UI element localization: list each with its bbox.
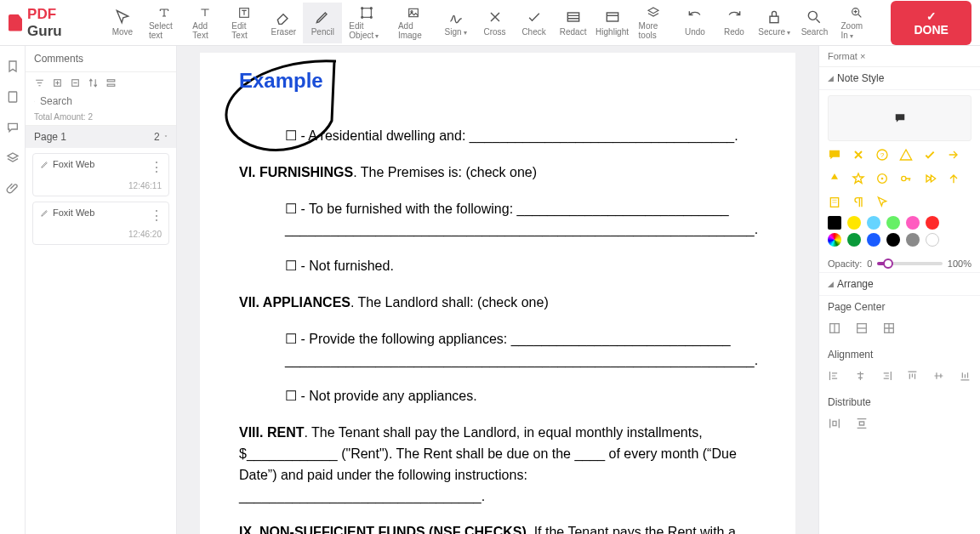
done-label: DONE [914,23,948,37]
center-both-icon[interactable] [882,321,896,335]
comments-panel: Comments Total Amount: 2 Page 1 2 ˅ Foxi… [26,46,177,534]
star-icon[interactable] [852,172,865,185]
list-icon[interactable] [105,77,117,88]
sort-icon[interactable] [88,77,99,88]
help-icon[interactable]: ? [875,148,889,162]
color-swatch[interactable] [828,233,841,247]
color-swatch[interactable] [906,233,920,247]
tool-label: Edit Text [231,21,257,40]
tool-cross[interactable]: Cross [476,3,515,43]
tool-sign[interactable]: Sign▾ [436,3,476,43]
tool-pencil[interactable]: Pencil [303,3,342,43]
tool-eraser[interactable]: Eraser [264,3,303,43]
color-swatch[interactable] [886,216,900,230]
tool-edit-object[interactable]: Edit Object▾ [342,3,391,43]
comments-title: Comments [26,46,176,72]
align-top-icon[interactable] [906,369,919,383]
svg-point-22 [881,178,884,180]
expand-icon[interactable] [52,77,63,88]
opacity-slider[interactable] [877,262,942,265]
tool-add-image[interactable]: Add Image [391,3,436,43]
color-swatch[interactable] [847,233,861,247]
check-icon [526,9,543,26]
comments-search[interactable] [26,94,176,112]
highlight-icon [604,9,621,26]
pdf-page[interactable]: Example ☐ - A residential dwelling and: … [200,53,795,534]
tool-move[interactable]: Move [103,3,142,43]
tool-more[interactable]: More tools [632,3,675,43]
key-icon[interactable] [899,172,913,185]
fwd-icon[interactable] [923,172,937,185]
filter-icon[interactable] [34,77,45,88]
tool-zoom[interactable]: Zoom In▾ [834,3,879,43]
sec9-title: IX. NON-SUFFICIENT FUNDS (NSF CHECKS) [239,525,527,534]
stamp-text[interactable]: Example [239,65,323,96]
distribute-v-icon[interactable] [855,417,869,430]
comment-menu-icon[interactable]: ⋮ [150,159,163,175]
tool-redo[interactable]: Redo [715,3,754,43]
zoom-icon [848,6,865,20]
comment-item[interactable]: Foxit Web⋮12:46:20 [32,202,169,245]
check-icon[interactable] [923,148,937,162]
note-style-header[interactable]: ◢Note Style [819,67,980,90]
tool-secure[interactable]: Secure▾ [754,3,795,43]
color-swatch[interactable] [886,233,900,247]
tool-highlight[interactable]: Highlight [593,3,632,43]
comment-item[interactable]: Foxit Web⋮12:46:11 [32,153,169,196]
warning-icon[interactable] [899,148,913,162]
color-swatch[interactable] [906,216,920,230]
chat-icon[interactable] [828,148,841,162]
comments-search-input[interactable] [40,95,168,107]
bookmark-icon[interactable] [6,60,20,73]
attach-icon[interactable] [6,182,20,196]
tool-add-text[interactable]: Add Text [185,3,225,43]
color-swatch[interactable] [847,216,861,230]
color-swatch[interactable] [867,233,880,247]
align-left-icon[interactable] [828,369,840,383]
align-center-h-icon[interactable] [854,369,867,383]
tool-label: Search [801,27,829,37]
format-tab[interactable]: Format × [819,46,980,67]
center-h-icon[interactable] [828,321,841,335]
insert-icon[interactable] [828,172,841,185]
document-canvas[interactable]: Example ☐ - A residential dwelling and: … [177,46,818,534]
tool-redact[interactable]: Redact [554,3,593,43]
align-bottom-icon[interactable] [959,369,971,383]
arrow-right-icon[interactable] [947,148,960,162]
svg-rect-17 [107,84,115,86]
done-button[interactable]: ✓ DONE [891,1,971,45]
comment-menu-icon[interactable]: ⋮ [150,207,163,224]
color-swatch[interactable] [828,216,841,230]
undo-icon [687,9,704,26]
comments-total: Total Amount: 2 [26,112,176,126]
tool-edit-text[interactable]: Edit Text [225,3,264,43]
align-right-icon[interactable] [880,369,893,383]
color-swatch[interactable] [926,233,939,247]
tool-search[interactable]: Search [795,3,834,43]
opacity-row[interactable]: Opacity: 0 100% [819,255,980,273]
arrow-up-icon[interactable] [947,172,960,185]
page-icon[interactable] [6,90,20,104]
distribute-h-icon[interactable] [828,417,841,430]
align-center-v-icon[interactable] [932,369,945,383]
center-v-icon[interactable] [855,321,869,335]
comment-icon[interactable] [6,121,20,134]
pencil-icon [40,160,49,169]
para-icon[interactable] [852,196,865,209]
add-text-icon [197,6,214,20]
collapse-icon[interactable] [70,77,81,88]
opacity-label: Opacity: [828,258,862,269]
cursor-icon[interactable] [875,196,889,209]
arrange-header[interactable]: ◢Arrange [819,273,980,296]
cross-icon[interactable] [852,148,865,162]
layers-icon[interactable] [6,151,20,165]
tool-select-text[interactable]: Select text [142,3,185,43]
tool-check[interactable]: Check [515,3,554,43]
circle-icon[interactable] [875,172,889,185]
note-icon[interactable] [828,196,841,209]
note-preview [828,95,971,141]
color-swatch[interactable] [867,216,880,230]
comments-page-row[interactable]: Page 1 2 ˅ [26,126,176,148]
tool-undo[interactable]: Undo [675,3,715,43]
color-swatch[interactable] [926,216,939,230]
